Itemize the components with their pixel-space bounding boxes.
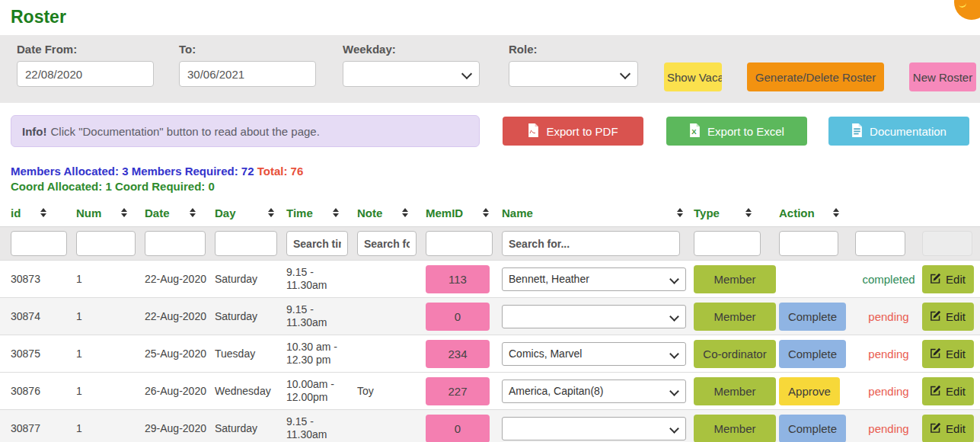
sort-icon[interactable] xyxy=(677,208,683,217)
generate-delete-roster-button[interactable]: Generate/Delete Roster xyxy=(747,62,884,91)
date-to-input[interactable] xyxy=(179,61,316,87)
member-name-select[interactable] xyxy=(502,417,686,440)
status-text: pending xyxy=(855,385,922,398)
role-select[interactable] xyxy=(509,61,638,87)
search-day-input[interactable] xyxy=(215,231,277,256)
cell-day: Saturday xyxy=(215,310,286,322)
search-name-input[interactable] xyxy=(502,231,680,256)
weekday-select[interactable] xyxy=(343,61,480,87)
cell-date: 22-Aug-2020 xyxy=(145,273,215,285)
show-vacancies-button[interactable]: Show Vaca xyxy=(664,62,722,91)
excel-icon: X xyxy=(689,123,701,139)
search-type-input[interactable] xyxy=(694,231,761,256)
export-excel-button[interactable]: X Export to Excel xyxy=(666,117,807,146)
sort-icon[interactable] xyxy=(121,208,127,217)
search-action-input[interactable] xyxy=(779,231,838,256)
search-note-input[interactable] xyxy=(357,231,417,256)
sort-icon[interactable] xyxy=(40,208,46,217)
sort-icon[interactable] xyxy=(745,208,752,217)
column-header-name[interactable]: Name xyxy=(502,207,694,219)
member-name-select[interactable]: Comics, Marvel xyxy=(502,342,686,366)
cell-id: 30874 xyxy=(11,310,76,322)
cell-num: 1 xyxy=(76,385,145,397)
cell-id: 30877 xyxy=(11,422,76,434)
search-id-input[interactable] xyxy=(11,231,67,256)
role-label: Role: xyxy=(509,43,638,56)
cell-id: 30873 xyxy=(11,273,76,285)
sort-icon[interactable] xyxy=(190,208,196,217)
column-header-note[interactable]: Note xyxy=(357,207,426,219)
column-header-action[interactable]: Action xyxy=(779,207,855,219)
filter-bar: Date From: To: Weekday: Role: Show Vaca … xyxy=(0,35,980,103)
table-row: 30873 1 22-Aug-2020 Saturday 9.15 -11.30… xyxy=(0,260,980,297)
search-status-input[interactable] xyxy=(855,231,905,256)
memid-button[interactable]: 113 xyxy=(426,265,490,293)
memid-button[interactable]: 234 xyxy=(426,340,490,368)
column-header-day[interactable]: Day xyxy=(215,207,286,219)
column-header-num[interactable]: Num xyxy=(76,207,145,219)
member-name-select[interactable]: Bennett, Heather xyxy=(502,267,686,291)
edit-button[interactable]: Edit xyxy=(922,265,974,293)
edit-button[interactable]: Edit xyxy=(922,415,974,442)
sort-icon[interactable] xyxy=(333,208,339,217)
edit-button[interactable]: Edit xyxy=(922,303,974,331)
cell-id: 30875 xyxy=(11,348,76,360)
table-row: 30876 1 26-Aug-2020 Wednesday 10.00am -1… xyxy=(0,372,980,409)
search-memid-input[interactable] xyxy=(426,231,493,256)
sort-icon[interactable] xyxy=(833,208,839,217)
type-button[interactable]: Member xyxy=(694,303,776,331)
complete-button[interactable]: Complete xyxy=(779,303,846,331)
type-button[interactable]: Member xyxy=(694,377,776,405)
search-date-input[interactable] xyxy=(145,231,206,256)
cell-num: 1 xyxy=(76,310,145,322)
cell-day: Saturday xyxy=(215,422,286,434)
weekday-group: Weekday: xyxy=(343,43,480,87)
column-header-id[interactable]: id xyxy=(11,207,76,219)
approve-button[interactable]: Approve xyxy=(779,377,840,405)
column-header-type[interactable]: Type xyxy=(694,207,779,219)
members-summary-line: Members Allocated: 3 Members Required: 7… xyxy=(11,164,980,179)
sort-icon[interactable] xyxy=(402,208,408,217)
date-from-label: Date From: xyxy=(17,43,154,56)
member-name-select[interactable]: America, Capitan(8) xyxy=(502,380,686,403)
memid-button[interactable]: 227 xyxy=(426,377,490,405)
cell-day: Saturday xyxy=(215,273,286,285)
cell-num: 1 xyxy=(76,273,145,285)
documentation-button[interactable]: Documentation xyxy=(828,117,969,146)
status-text: pending xyxy=(855,310,922,323)
sort-icon[interactable] xyxy=(268,208,274,217)
column-header-time[interactable]: Time xyxy=(286,207,357,219)
cell-date: 29-Aug-2020 xyxy=(145,422,215,434)
type-button[interactable]: Co-ordinator xyxy=(694,340,776,368)
complete-button[interactable]: Complete xyxy=(779,340,846,368)
complete-button[interactable]: Complete xyxy=(779,415,846,442)
column-header-date[interactable]: Date xyxy=(145,207,215,219)
status-text: pending xyxy=(855,422,922,435)
edit-pencil-icon xyxy=(931,273,941,286)
search-time-input[interactable] xyxy=(286,231,348,256)
edit-pencil-icon xyxy=(931,422,941,435)
memid-button[interactable]: 0 xyxy=(426,303,490,331)
type-button[interactable]: Member xyxy=(694,265,776,293)
sort-icon[interactable] xyxy=(483,208,489,217)
edit-button[interactable]: Edit xyxy=(922,340,974,368)
new-roster-button[interactable]: New Roster xyxy=(909,62,976,91)
svg-text:X: X xyxy=(691,127,697,135)
status-text: pending xyxy=(855,348,922,360)
cell-date: 26-Aug-2020 xyxy=(145,385,215,397)
column-header-memid[interactable]: MemID xyxy=(426,207,502,219)
member-name-select[interactable] xyxy=(502,305,686,328)
document-icon xyxy=(851,123,863,139)
documentation-label: Documentation xyxy=(870,125,946,138)
table-row: 30875 1 25-Aug-2020 Tuesday 10.30 am -12… xyxy=(0,335,980,372)
edit-button[interactable]: Edit xyxy=(922,377,974,405)
export-pdf-label: Export to PDF xyxy=(546,125,618,138)
info-banner-prefix: Info! xyxy=(22,125,46,138)
type-button[interactable]: Member xyxy=(694,415,776,442)
date-from-input[interactable] xyxy=(17,61,154,87)
search-num-input[interactable] xyxy=(76,231,136,256)
memid-button[interactable]: 0 xyxy=(426,415,490,442)
export-pdf-button[interactable]: Export to PDF xyxy=(503,117,643,146)
cell-time: 9.15 -11.30am xyxy=(286,303,357,329)
info-export-row: Info! Click "Documentation" button to re… xyxy=(0,112,980,162)
